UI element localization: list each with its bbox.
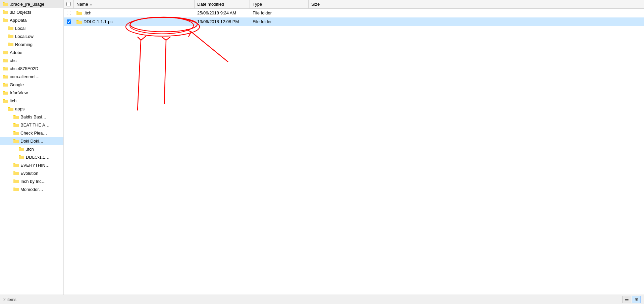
folder-icon — [3, 74, 8, 79]
folder-icon — [19, 147, 24, 151]
sidebar-item-locallow[interactable]: LocalLow — [0, 32, 63, 40]
sidebar-item-google[interactable]: Google — [0, 81, 63, 89]
sidebar-item-label: EVERYTHIN… — [20, 163, 50, 168]
folder-icon — [13, 179, 19, 184]
view-large-icons-button[interactable]: ⊞ — [632, 296, 641, 303]
select-all-checkbox[interactable] — [66, 2, 71, 6]
sidebar-item-label: itch — [10, 98, 16, 103]
folder-icon — [13, 187, 19, 192]
sidebar-item-com_alien[interactable]: com.alienmel… — [0, 72, 63, 81]
row-checkbox[interactable] — [67, 11, 71, 15]
sidebar-item-inch_by_inc[interactable]: Inch by Inc… — [0, 177, 63, 185]
sidebar-item-label: Check Plea… — [20, 131, 47, 136]
row-name: .itch — [74, 10, 195, 15]
row-type: File folder — [250, 10, 309, 15]
table-row[interactable]: DDLC-1.1.1-pc13/06/2018 12:08 PMFile fol… — [64, 17, 644, 26]
row-checkbox-container — [64, 19, 74, 24]
sidebar-item-label: AppData — [10, 18, 27, 23]
column-name-label: Name — [76, 2, 88, 7]
sidebar-item-appdata[interactable]: AppData — [0, 16, 63, 24]
sidebar-item-label: Evolution — [20, 171, 38, 176]
status-bar: 2 items ☰ ⊞ — [0, 295, 644, 304]
folder-icon — [3, 90, 8, 95]
sidebar-item-evolution[interactable]: Evolution — [0, 169, 63, 177]
folder-icon — [13, 139, 19, 143]
sidebar-item-chc[interactable]: chc — [0, 56, 63, 64]
column-date-label: Date modified — [197, 2, 224, 7]
sidebar-item-itch[interactable]: itch — [0, 97, 63, 105]
folder-icon — [8, 42, 13, 47]
folder-icon — [8, 34, 13, 39]
sidebar-item-label: .oracle_jre_usage — [10, 2, 44, 7]
row-checkbox-container — [64, 11, 74, 15]
sidebar-item-roaming[interactable]: Roaming — [0, 40, 63, 48]
sidebar-item-ddlc_1[interactable]: DDLC-1.1… — [0, 153, 63, 161]
sidebar-item-oracle_jre_usage[interactable]: .oracle_jre_usage — [0, 0, 63, 8]
sidebar-item-dot_itch[interactable]: .itch — [0, 145, 63, 153]
sidebar-item-3d_objects[interactable]: 3D Objects — [0, 8, 63, 16]
sidebar-item-baldis_basi[interactable]: Baldis Basi… — [0, 113, 63, 121]
sidebar-item-local[interactable]: Local — [0, 24, 63, 32]
folder-icon — [3, 50, 8, 55]
sidebar-item-beat_the[interactable]: BEAT THE A… — [0, 121, 63, 129]
file-list: .itch25/06/2018 9:24 AMFile folderDDLC-1… — [64, 9, 644, 295]
sidebar-item-apps[interactable]: apps — [0, 105, 63, 113]
sidebar-item-label: Baldis Basi… — [20, 114, 46, 119]
row-checkbox[interactable] — [67, 19, 71, 24]
file-name-text: DDLC-1.1.1-pc — [84, 19, 113, 24]
sidebar-item-label: Local — [15, 26, 25, 31]
folder-icon — [3, 10, 8, 14]
sidebar-item-momodor[interactable]: Momodor… — [0, 185, 63, 193]
sidebar-item-label: IrfanView — [10, 90, 28, 95]
view-details-button[interactable]: ☰ — [623, 296, 631, 303]
sidebar-item-doki_doki[interactable]: Doki Doki… — [0, 137, 63, 145]
row-date: 13/06/2018 12:08 PM — [195, 19, 250, 24]
folder-icon — [3, 58, 8, 63]
column-size-label: Size — [311, 2, 320, 7]
sidebar-item-adobe[interactable]: Adobe — [0, 48, 63, 56]
folder-icon — [8, 26, 13, 31]
file-name-text: .itch — [84, 10, 92, 15]
column-type-label: Type — [253, 2, 262, 7]
row-date: 25/06/2018 9:24 AM — [195, 10, 250, 15]
column-header-type[interactable]: Type — [250, 0, 309, 8]
row-type: File folder — [250, 19, 309, 24]
sidebar-item-label: 3D Objects — [10, 10, 31, 15]
sidebar-item-label: apps — [15, 106, 24, 111]
sidebar-item-irfanview[interactable]: IrfanView — [0, 89, 63, 97]
sidebar-item-label: com.alienmel… — [10, 74, 40, 79]
item-count: 2 items — [3, 297, 16, 302]
sidebar-item-label: DDLC-1.1… — [26, 155, 50, 160]
folder-icon — [8, 106, 13, 111]
sort-arrow-name: ▲ — [90, 3, 93, 6]
sidebar-item-label: .itch — [26, 147, 34, 152]
column-header-name[interactable]: Name ▲ — [74, 0, 195, 8]
sidebar-item-check_plea[interactable]: Check Plea… — [0, 129, 63, 137]
sidebar-item-label: BEAT THE A… — [20, 122, 50, 128]
table-row[interactable]: .itch25/06/2018 9:24 AMFile folder — [64, 9, 644, 17]
column-headers: Name ▲ Date modified Type Size — [64, 0, 644, 9]
sidebar: .oracle_jre_usage3D ObjectsAppDataLocalL… — [0, 0, 64, 295]
select-all-checkbox-container[interactable] — [64, 0, 74, 8]
sidebar-item-label: Doki Doki… — [20, 139, 44, 144]
sidebar-item-label: chc.4875E02D — [10, 66, 38, 71]
sidebar-item-label: Google — [10, 82, 24, 87]
folder-icon — [76, 19, 82, 24]
sidebar-item-everything[interactable]: EVERYTHIN… — [0, 161, 63, 169]
folder-icon — [3, 66, 8, 71]
folder-icon — [76, 11, 82, 15]
sidebar-item-chc4875[interactable]: chc.4875E02D — [0, 64, 63, 72]
folder-icon — [13, 163, 19, 167]
content-area: Name ▲ Date modified Type Size .itch25/0… — [64, 0, 644, 295]
folder-icon — [13, 131, 19, 135]
column-header-date[interactable]: Date modified — [195, 0, 250, 8]
sidebar-item-label: Momodor… — [20, 187, 43, 192]
column-header-size[interactable]: Size — [309, 0, 342, 8]
sidebar-item-label: Inch by Inc… — [20, 179, 46, 184]
folder-icon — [3, 18, 8, 22]
folder-icon — [13, 122, 19, 127]
folder-icon — [13, 114, 19, 119]
sidebar-item-label: Adobe — [10, 50, 22, 55]
folder-icon — [3, 98, 8, 103]
row-name: DDLC-1.1.1-pc — [74, 19, 195, 24]
